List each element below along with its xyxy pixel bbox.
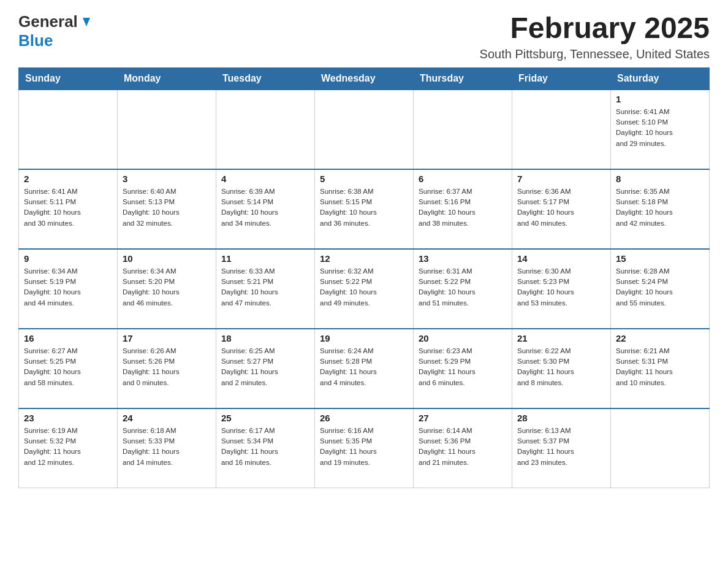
day-number: 18 — [221, 333, 309, 343]
day-info: Sunrise: 6:17 AMSunset: 5:34 PMDaylight:… — [221, 426, 309, 468]
day-number: 28 — [517, 413, 605, 423]
day-number: 4 — [221, 174, 309, 184]
table-row: 12Sunrise: 6:32 AMSunset: 5:22 PMDayligh… — [315, 249, 414, 329]
table-row — [118, 90, 216, 169]
table-row: 16Sunrise: 6:27 AMSunset: 5:25 PMDayligh… — [19, 329, 118, 408]
table-row: 27Sunrise: 6:14 AMSunset: 5:36 PMDayligh… — [414, 408, 512, 488]
day-info: Sunrise: 6:39 AMSunset: 5:14 PMDaylight:… — [221, 186, 309, 229]
day-info: Sunrise: 6:22 AMSunset: 5:30 PMDaylight:… — [517, 346, 605, 388]
table-row: 26Sunrise: 6:16 AMSunset: 5:35 PMDayligh… — [315, 408, 414, 488]
table-row: 10Sunrise: 6:34 AMSunset: 5:20 PMDayligh… — [118, 249, 216, 329]
day-info: Sunrise: 6:30 AMSunset: 5:23 PMDaylight:… — [517, 266, 605, 308]
logo-general-text: General — [18, 12, 78, 31]
day-number: 15 — [616, 253, 704, 264]
day-info: Sunrise: 6:40 AMSunset: 5:13 PMDaylight:… — [123, 186, 211, 229]
calendar-week-row: 9Sunrise: 6:34 AMSunset: 5:19 PMDaylight… — [19, 249, 710, 329]
col-tuesday: Tuesday — [216, 67, 315, 90]
day-info: Sunrise: 6:24 AMSunset: 5:28 PMDaylight:… — [320, 346, 408, 388]
table-row — [512, 90, 611, 169]
day-number: 16 — [24, 333, 112, 343]
day-info: Sunrise: 6:41 AMSunset: 5:11 PMDaylight:… — [24, 186, 112, 229]
table-row — [19, 90, 118, 169]
table-row: 18Sunrise: 6:25 AMSunset: 5:27 PMDayligh… — [216, 329, 315, 408]
table-row: 23Sunrise: 6:19 AMSunset: 5:32 PMDayligh… — [19, 408, 118, 488]
table-row: 1Sunrise: 6:41 AMSunset: 5:10 PMDaylight… — [611, 90, 710, 169]
day-number: 1 — [616, 94, 704, 104]
day-number: 22 — [616, 333, 704, 343]
table-row: 21Sunrise: 6:22 AMSunset: 5:30 PMDayligh… — [512, 329, 611, 408]
day-info: Sunrise: 6:36 AMSunset: 5:17 PMDaylight:… — [517, 186, 605, 229]
table-row: 22Sunrise: 6:21 AMSunset: 5:31 PMDayligh… — [611, 329, 710, 408]
table-row — [216, 90, 315, 169]
page-header: General Blue February 2025 South Pittsbu… — [18, 12, 710, 61]
table-row: 4Sunrise: 6:39 AMSunset: 5:14 PMDaylight… — [216, 169, 315, 249]
calendar-subtitle: South Pittsburg, Tennessee, United State… — [480, 47, 710, 61]
logo-triangle-icon — [79, 15, 93, 29]
day-info: Sunrise: 6:23 AMSunset: 5:29 PMDaylight:… — [419, 346, 507, 388]
day-info: Sunrise: 6:14 AMSunset: 5:36 PMDaylight:… — [419, 426, 507, 468]
calendar-week-row: 23Sunrise: 6:19 AMSunset: 5:32 PMDayligh… — [19, 408, 710, 488]
day-number: 23 — [24, 413, 112, 423]
day-info: Sunrise: 6:21 AMSunset: 5:31 PMDaylight:… — [616, 346, 704, 388]
day-info: Sunrise: 6:33 AMSunset: 5:21 PMDaylight:… — [221, 266, 309, 308]
table-row — [315, 90, 414, 169]
calendar-week-row: 16Sunrise: 6:27 AMSunset: 5:25 PMDayligh… — [19, 329, 710, 408]
day-number: 13 — [419, 253, 507, 264]
day-number: 27 — [419, 413, 507, 423]
table-row: 19Sunrise: 6:24 AMSunset: 5:28 PMDayligh… — [315, 329, 414, 408]
col-thursday: Thursday — [414, 67, 512, 90]
table-row: 5Sunrise: 6:38 AMSunset: 5:15 PMDaylight… — [315, 169, 414, 249]
day-info: Sunrise: 6:18 AMSunset: 5:33 PMDaylight:… — [123, 426, 211, 468]
col-saturday: Saturday — [611, 67, 710, 90]
table-row: 2Sunrise: 6:41 AMSunset: 5:11 PMDaylight… — [19, 169, 118, 249]
table-row: 7Sunrise: 6:36 AMSunset: 5:17 PMDaylight… — [512, 169, 611, 249]
table-row: 17Sunrise: 6:26 AMSunset: 5:26 PMDayligh… — [118, 329, 216, 408]
table-row — [611, 408, 710, 488]
day-number: 24 — [123, 413, 211, 423]
day-number: 2 — [24, 174, 112, 184]
col-wednesday: Wednesday — [315, 67, 414, 90]
day-number: 14 — [517, 253, 605, 264]
day-number: 17 — [123, 333, 211, 343]
day-info: Sunrise: 6:32 AMSunset: 5:22 PMDaylight:… — [320, 266, 408, 308]
day-info: Sunrise: 6:16 AMSunset: 5:35 PMDaylight:… — [320, 426, 408, 468]
day-number: 25 — [221, 413, 309, 423]
table-row: 20Sunrise: 6:23 AMSunset: 5:29 PMDayligh… — [414, 329, 512, 408]
calendar-week-row: 2Sunrise: 6:41 AMSunset: 5:11 PMDaylight… — [19, 169, 710, 249]
day-info: Sunrise: 6:41 AMSunset: 5:10 PMDaylight:… — [616, 107, 704, 149]
day-number: 9 — [24, 253, 112, 264]
day-info: Sunrise: 6:31 AMSunset: 5:22 PMDaylight:… — [419, 266, 507, 308]
day-info: Sunrise: 6:35 AMSunset: 5:18 PMDaylight:… — [616, 186, 704, 229]
day-info: Sunrise: 6:34 AMSunset: 5:19 PMDaylight:… — [24, 266, 112, 308]
table-row: 28Sunrise: 6:13 AMSunset: 5:37 PMDayligh… — [512, 408, 611, 488]
col-sunday: Sunday — [19, 67, 118, 90]
day-number: 19 — [320, 333, 408, 343]
table-row: 25Sunrise: 6:17 AMSunset: 5:34 PMDayligh… — [216, 408, 315, 488]
calendar-header-row: Sunday Monday Tuesday Wednesday Thursday… — [19, 67, 710, 90]
table-row: 24Sunrise: 6:18 AMSunset: 5:33 PMDayligh… — [118, 408, 216, 488]
logo-blue-text: Blue — [18, 31, 53, 50]
day-info: Sunrise: 6:28 AMSunset: 5:24 PMDaylight:… — [616, 266, 704, 308]
table-row: 8Sunrise: 6:35 AMSunset: 5:18 PMDaylight… — [611, 169, 710, 249]
day-info: Sunrise: 6:38 AMSunset: 5:15 PMDaylight:… — [320, 186, 408, 229]
table-row: 11Sunrise: 6:33 AMSunset: 5:21 PMDayligh… — [216, 249, 315, 329]
day-number: 7 — [517, 174, 605, 184]
table-row — [414, 90, 512, 169]
col-monday: Monday — [118, 67, 216, 90]
table-row: 15Sunrise: 6:28 AMSunset: 5:24 PMDayligh… — [611, 249, 710, 329]
table-row: 9Sunrise: 6:34 AMSunset: 5:19 PMDaylight… — [19, 249, 118, 329]
day-info: Sunrise: 6:13 AMSunset: 5:37 PMDaylight:… — [517, 426, 605, 468]
col-friday: Friday — [512, 67, 611, 90]
day-number: 12 — [320, 253, 408, 264]
day-number: 5 — [320, 174, 408, 184]
day-info: Sunrise: 6:37 AMSunset: 5:16 PMDaylight:… — [419, 186, 507, 229]
calendar-title: February 2025 — [480, 12, 710, 45]
table-row: 14Sunrise: 6:30 AMSunset: 5:23 PMDayligh… — [512, 249, 611, 329]
day-number: 26 — [320, 413, 408, 423]
day-info: Sunrise: 6:19 AMSunset: 5:32 PMDaylight:… — [24, 426, 112, 468]
logo: General Blue — [18, 12, 94, 50]
svg-marker-0 — [83, 18, 90, 26]
calendar-week-row: 1Sunrise: 6:41 AMSunset: 5:10 PMDaylight… — [19, 90, 710, 169]
day-number: 8 — [616, 174, 704, 184]
day-info: Sunrise: 6:26 AMSunset: 5:26 PMDaylight:… — [123, 346, 211, 388]
